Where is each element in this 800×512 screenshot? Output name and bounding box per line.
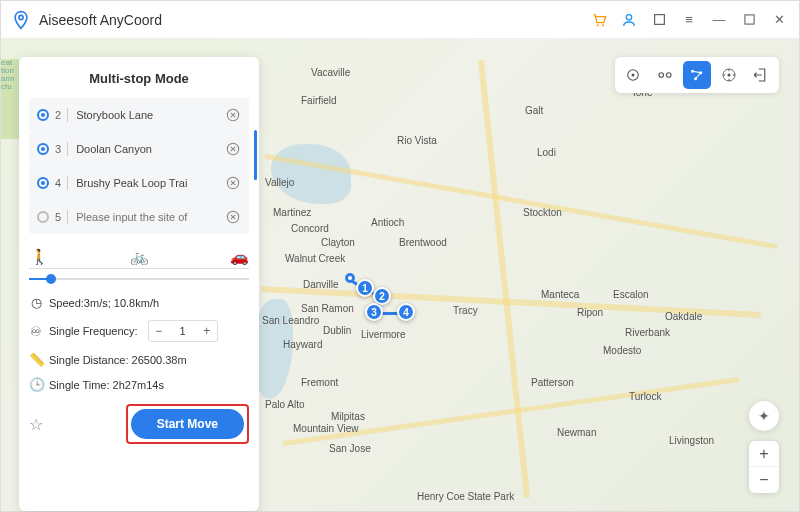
distance-row: 📏 Single Distance: 26500.38m — [29, 352, 249, 367]
map-city-label: San Ramon — [301, 303, 354, 314]
minimize-icon[interactable]: — — [709, 10, 729, 30]
stop-name-input[interactable] — [76, 143, 225, 155]
stop-number: 3 — [55, 143, 61, 155]
map-city-label: Riverbank — [625, 327, 670, 338]
walk-mode-icon[interactable]: 🚶 — [29, 248, 49, 266]
speed-row: ◷ Speed:3m/s; 10.8km/h — [29, 295, 249, 310]
scroll-indicator[interactable] — [254, 130, 257, 180]
two-point-tool-icon[interactable] — [651, 61, 679, 89]
menu-icon[interactable]: ≡ — [679, 10, 699, 30]
stop-number: 4 — [55, 177, 61, 189]
svg-point-2 — [602, 24, 604, 26]
svg-point-11 — [632, 74, 635, 77]
map-city-label: Concord — [291, 223, 329, 234]
map-city-label: Rio Vista — [397, 135, 437, 146]
distance-label: Single Distance: 26500.38m — [49, 354, 187, 366]
map-city-label: Hayward — [283, 339, 322, 350]
route-start-node — [345, 273, 355, 283]
stop-name-input[interactable] — [76, 177, 225, 189]
map-road — [478, 60, 530, 498]
route-node[interactable]: 1 — [356, 279, 374, 297]
content-area: eattionarinctu FairfieldRio VistaVacavil… — [1, 39, 799, 511]
start-move-highlight: Start Move — [126, 404, 249, 444]
single-pin-tool-icon[interactable] — [619, 61, 647, 89]
favorite-icon[interactable]: ☆ — [29, 415, 43, 434]
stop-number: 2 — [55, 109, 61, 121]
map-city-label: Milpitas — [331, 411, 365, 422]
time-label: Single Time: 2h27m14s — [49, 379, 164, 391]
stops-list: 2345 — [29, 98, 249, 234]
map-city-label: Manteca — [541, 289, 579, 300]
clear-stop-icon[interactable] — [225, 209, 241, 225]
svg-point-0 — [19, 15, 23, 19]
map-city-label: San Jose — [329, 443, 371, 454]
stop-separator — [67, 176, 68, 190]
route-node[interactable]: 4 — [397, 303, 415, 321]
frequency-increment[interactable]: + — [197, 324, 217, 338]
modes-row: 🚶 🚲 🚗 — [29, 248, 249, 269]
stop-name-input[interactable] — [76, 211, 225, 223]
svg-point-12 — [659, 73, 664, 78]
zoom-out-button[interactable]: − — [749, 467, 779, 493]
panel-title: Multi-stop Mode — [29, 71, 249, 86]
compass-button[interactable]: ✦ — [749, 401, 779, 431]
stop-row: 3 — [29, 132, 249, 166]
map-city-label: Fairfield — [301, 95, 337, 106]
slider-thumb[interactable] — [46, 274, 56, 284]
map-city-label: Henry Coe State Park — [417, 491, 514, 502]
info-section: ◷ Speed:3m/s; 10.8km/h ♾ Single Frequenc… — [29, 295, 249, 392]
bike-mode-icon[interactable]: 🚲 — [129, 248, 149, 266]
stop-separator — [67, 108, 68, 122]
clock-icon: 🕒 — [29, 377, 43, 392]
start-move-button[interactable]: Start Move — [131, 409, 244, 439]
stop-radio[interactable] — [37, 109, 49, 121]
svg-point-1 — [597, 24, 599, 26]
stop-name-input[interactable] — [76, 109, 225, 121]
close-icon[interactable]: ✕ — [769, 10, 789, 30]
clear-stop-icon[interactable] — [225, 175, 241, 191]
svg-point-18 — [728, 74, 731, 77]
map-city-label: Modesto — [603, 345, 641, 356]
speed-slider[interactable] — [29, 273, 249, 285]
clear-stop-icon[interactable] — [225, 107, 241, 123]
exit-tool-icon[interactable] — [747, 61, 775, 89]
maximize-icon[interactable] — [739, 10, 759, 30]
stop-radio[interactable] — [37, 177, 49, 189]
frequency-label: Single Frequency: — [49, 325, 138, 337]
panel-footer: ☆ Start Move — [29, 404, 249, 444]
stop-number: 5 — [55, 211, 61, 223]
stop-radio[interactable] — [37, 211, 49, 223]
frequency-stepper: − 1 + — [148, 320, 218, 342]
frequency-decrement[interactable]: − — [149, 324, 169, 338]
stop-row: 5 — [29, 200, 249, 234]
frequency-row: ♾ Single Frequency: − 1 + — [29, 320, 249, 342]
map-city-label: Oakdale — [665, 311, 702, 322]
map-mode-toolbar — [615, 57, 779, 93]
user-icon[interactable] — [619, 10, 639, 30]
map-city-label: Tracy — [453, 305, 478, 316]
cart-icon[interactable] — [589, 10, 609, 30]
zoom-in-button[interactable]: + — [749, 441, 779, 467]
svg-rect-4 — [654, 15, 664, 25]
window-restore-icon[interactable] — [649, 10, 669, 30]
car-mode-icon[interactable]: 🚗 — [229, 248, 249, 266]
app-window: Aiseesoft AnyCoord ≡ — ✕ eattionarinctu … — [0, 0, 800, 512]
route-node[interactable]: 3 — [365, 303, 383, 321]
clear-stop-icon[interactable] — [225, 141, 241, 157]
map-city-label: Antioch — [371, 217, 404, 228]
app-logo-icon — [11, 10, 31, 30]
map-city-label: Livingston — [669, 435, 714, 446]
stop-row: 4 — [29, 166, 249, 200]
map-city-label: Escalon — [613, 289, 649, 300]
map-city-label: Vacaville — [311, 67, 350, 78]
map-city-label: Martinez — [273, 207, 311, 218]
stop-radio[interactable] — [37, 143, 49, 155]
map-city-label: Ripon — [577, 307, 603, 318]
joystick-tool-icon[interactable] — [715, 61, 743, 89]
map-city-label: San Leandro — [262, 315, 319, 326]
frequency-value: 1 — [169, 325, 197, 337]
map-city-label: Galt — [525, 105, 543, 116]
multistop-tool-icon[interactable] — [683, 61, 711, 89]
map-city-label: Brentwood — [399, 237, 447, 248]
map-city-label: Turlock — [629, 391, 661, 402]
